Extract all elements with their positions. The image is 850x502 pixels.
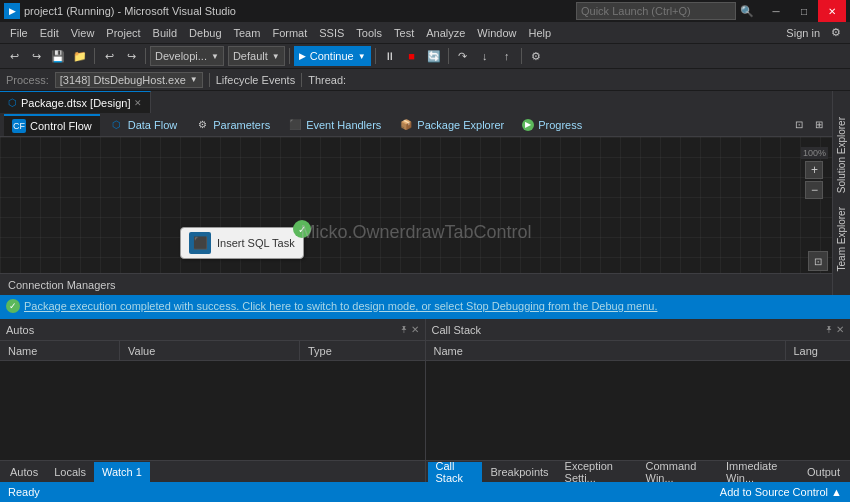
menu-help[interactable]: Help — [522, 25, 557, 41]
add-to-source-control[interactable]: Add to Source Control ▲ — [720, 486, 842, 498]
tab-watch1[interactable]: Watch 1 — [94, 462, 150, 482]
menu-format[interactable]: Format — [266, 25, 313, 41]
toolbar-btn-4[interactable]: 📁 — [70, 46, 90, 66]
tab-autos[interactable]: Autos — [2, 462, 46, 482]
tab-label-event-handlers: Event Handlers — [306, 119, 381, 131]
tab-package-explorer[interactable]: 📦 Package Explorer — [391, 114, 512, 136]
doc-tab-label: Package.dtsx [Design] — [21, 97, 130, 109]
tab-call-stack[interactable]: Call Stack — [428, 462, 483, 482]
menu-window[interactable]: Window — [471, 25, 522, 41]
sign-in-button[interactable]: Sign in — [780, 25, 826, 41]
toolbar-btn-2[interactable]: ↪ — [26, 46, 46, 66]
tab-output[interactable]: Output — [799, 462, 848, 482]
developer-dropdown[interactable]: Developi... ▼ — [150, 46, 224, 66]
tab-breakpoints[interactable]: Breakpoints — [482, 462, 556, 482]
mini-navigator[interactable]: ⊡ — [808, 251, 828, 271]
tab-label-package-explorer: Package Explorer — [417, 119, 504, 131]
bottom-tabs-right: Call Stack Breakpoints Exception Setti..… — [426, 460, 851, 482]
menu-project[interactable]: Project — [100, 25, 146, 41]
design-canvas[interactable]: ⬛ Insert SQL Task ✓ 100% + − ⊡ Micko.Own… — [0, 137, 832, 273]
designer-tab-icons: ⊡ ⊞ — [790, 116, 828, 134]
menu-analyze[interactable]: Analyze — [420, 25, 471, 41]
bottom-panels: Autos 🖈 ✕ Name Value Type Autos Locals W… — [0, 317, 850, 482]
toolbar-separator-2 — [145, 48, 146, 64]
minimize-button[interactable]: ─ — [762, 0, 790, 22]
close-button[interactable]: ✕ — [818, 0, 846, 22]
tab-data-flow[interactable]: ⬡ Data Flow — [102, 114, 186, 136]
toolbar-btn-5[interactable]: ↩ — [99, 46, 119, 66]
menu-tools[interactable]: Tools — [350, 25, 388, 41]
menu-debug[interactable]: Debug — [183, 25, 227, 41]
menu-ssis[interactable]: SSIS — [313, 25, 350, 41]
settings-icon[interactable]: ⚙ — [826, 23, 846, 43]
sidebar-tab-team-explorer[interactable]: Team Explorer — [834, 201, 849, 277]
bottom-tabs-left: Autos Locals Watch 1 — [0, 460, 425, 482]
menu-build[interactable]: Build — [147, 25, 183, 41]
tab-progress[interactable]: ▶ Progress — [514, 114, 590, 136]
zoom-in-button[interactable]: + — [805, 161, 823, 179]
debug-options-btn[interactable]: ⚙ — [526, 46, 546, 66]
title-bar: ▶ project1 (Running) - Microsoft Visual … — [0, 0, 850, 22]
task-node-label: Insert SQL Task — [217, 237, 295, 249]
continue-button[interactable]: ▶ Continue ▼ — [294, 46, 371, 66]
package-explorer-icon: 📦 — [399, 118, 413, 132]
doc-tab-package[interactable]: ⬡ Package.dtsx [Design] ✕ — [0, 91, 151, 113]
doc-tab-close[interactable]: ✕ — [134, 98, 142, 108]
menu-test[interactable]: Test — [388, 25, 420, 41]
success-checkmark-icon: ✓ — [293, 220, 311, 238]
callstack-close-button[interactable]: ✕ — [836, 324, 844, 335]
control-flow-icon: CF — [12, 119, 26, 133]
zoom-fit-icon[interactable]: ⊡ — [790, 116, 808, 134]
restore-button[interactable]: □ — [790, 0, 818, 22]
parameters-icon: ⚙ — [195, 118, 209, 132]
status-bar: Ready Add to Source Control ▲ — [0, 482, 850, 502]
autos-pin-button[interactable]: 🖈 — [399, 324, 409, 335]
task-node-insert-sql[interactable]: ⬛ Insert SQL Task ✓ — [180, 227, 304, 259]
autos-close-button[interactable]: ✕ — [411, 324, 419, 335]
callstack-panel-content — [426, 361, 851, 460]
process-dropdown[interactable]: [3148] DtsDebugHost.exe ▼ — [55, 72, 203, 88]
menu-file[interactable]: File — [4, 25, 34, 41]
tab-label-progress: Progress — [538, 119, 582, 131]
toolbar-btn-6[interactable]: ↪ — [121, 46, 141, 66]
tab-control-flow[interactable]: CF Control Flow — [4, 114, 100, 136]
info-text: Package execution completed with success… — [24, 300, 657, 312]
menu-team[interactable]: Team — [228, 25, 267, 41]
tab-exception-settings[interactable]: Exception Setti... — [557, 462, 638, 482]
toolbar-btn-1[interactable]: ↩ — [4, 46, 24, 66]
tab-parameters[interactable]: ⚙ Parameters — [187, 114, 278, 136]
status-text: Ready — [8, 486, 40, 498]
toolbar-separator-4 — [375, 48, 376, 64]
tab-locals[interactable]: Locals — [46, 462, 94, 482]
step-into-btn[interactable]: ↓ — [475, 46, 495, 66]
step-out-btn[interactable]: ↑ — [497, 46, 517, 66]
document-tabs: ⬡ Package.dtsx [Design] ✕ — [0, 91, 832, 113]
proc-sep-2 — [301, 73, 302, 87]
stop-btn[interactable]: ■ — [402, 46, 422, 66]
sql-task-icon: ⬛ — [189, 232, 211, 254]
autos-col-type: Type — [300, 341, 380, 360]
info-link[interactable]: Package execution completed with success… — [24, 300, 657, 312]
toolbar-btn-3[interactable]: 💾 — [48, 46, 68, 66]
connection-managers-bar[interactable]: Connection Managers — [0, 273, 832, 295]
menu-edit[interactable]: Edit — [34, 25, 65, 41]
doc-tab-icon: ⬡ — [8, 97, 17, 108]
toolbar-separator-1 — [94, 48, 95, 64]
sidebar-tab-solution-explorer[interactable]: Solution Explorer — [834, 111, 849, 199]
restart-btn[interactable]: 🔄 — [424, 46, 444, 66]
pause-btn[interactable]: ⏸ — [380, 46, 400, 66]
menu-view[interactable]: View — [65, 25, 101, 41]
quick-launch-input[interactable] — [576, 2, 736, 20]
tab-event-handlers[interactable]: ⬛ Event Handlers — [280, 114, 389, 136]
designer-tabs: CF Control Flow ⬡ Data Flow ⚙ Parameters… — [0, 113, 832, 137]
step-over-btn[interactable]: ↷ — [453, 46, 473, 66]
default-dropdown[interactable]: Default ▼ — [228, 46, 285, 66]
callstack-panel-buttons: 🖈 ✕ — [824, 324, 844, 335]
info-success-icon: ✓ — [6, 299, 20, 313]
callstack-pin-button[interactable]: 🖈 — [824, 324, 834, 335]
tab-immediate-window[interactable]: Immediate Win... — [718, 462, 799, 482]
zoom-out-button[interactable]: − — [805, 181, 823, 199]
grid-icon[interactable]: ⊞ — [810, 116, 828, 134]
tab-command-window[interactable]: Command Win... — [638, 462, 718, 482]
window-title: project1 (Running) - Microsoft Visual St… — [24, 5, 576, 17]
